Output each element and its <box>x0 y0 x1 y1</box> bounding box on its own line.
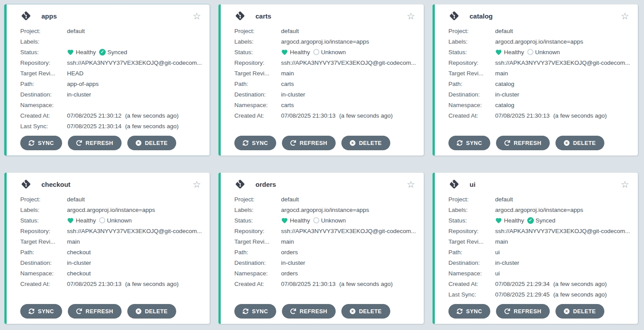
field-label: Created At: <box>234 112 281 119</box>
field-row-repository: Repository:ssh://APKA3NYVY37VEX3EKOJQ@gi… <box>20 226 202 236</box>
refresh-button[interactable]: REFRESH <box>68 136 122 150</box>
sync-button[interactable]: SYNC <box>20 136 62 150</box>
field-label: Destination: <box>20 260 67 266</box>
refresh-button-label: REFRESH <box>85 308 113 315</box>
application-tile-orders[interactable]: orders☆Project:defaultLabels:argocd.argo… <box>218 173 424 324</box>
times-circle-icon: × <box>564 308 570 314</box>
applications-tiles-grid: apps☆Project:defaultLabels:Status:Health… <box>0 0 644 326</box>
field-label: Target Revi... <box>20 70 67 77</box>
field-label: Project: <box>20 196 67 203</box>
refresh-button[interactable]: REFRESH <box>496 136 550 150</box>
health-status-label: Healthy <box>290 217 310 224</box>
sync-button[interactable]: SYNC <box>20 304 62 319</box>
namespace-value: carts <box>281 102 294 108</box>
field-label: Status: <box>20 217 67 224</box>
path-value: ui <box>495 249 500 256</box>
delete-button[interactable]: ×DELETE <box>127 304 176 319</box>
delete-button[interactable]: ×DELETE <box>127 136 176 150</box>
field-row-project: Project:default <box>234 194 416 204</box>
field-label: Project: <box>234 196 281 203</box>
application-name[interactable]: catalog <box>470 12 493 20</box>
field-row-target_revision: Target Revi...main <box>234 68 416 78</box>
refresh-button-label: REFRESH <box>300 140 327 146</box>
field-row-status: Status:Healthy✓Synced <box>20 47 202 57</box>
application-name[interactable]: ui <box>470 181 475 188</box>
delete-button[interactable]: ×DELETE <box>555 304 604 319</box>
application-tile-apps[interactable]: apps☆Project:defaultLabels:Status:Health… <box>4 4 210 156</box>
application-tile-ui[interactable]: ui☆Project:defaultLabels:argocd.argoproj… <box>433 173 638 324</box>
field-row-created_at: Created At:07/08/2025 21:29:34(a few sec… <box>448 278 630 289</box>
project-value: default <box>495 196 513 203</box>
favorite-star-icon[interactable]: ☆ <box>192 11 202 21</box>
repository-value: ssh://APKA3NYVY37VEX3EKOJQ@git-codecom..… <box>281 228 416 234</box>
application-name[interactable]: apps <box>41 12 57 20</box>
field-label: Path: <box>234 81 281 87</box>
tile-header: checkout☆ <box>20 176 202 192</box>
delete-button[interactable]: ×DELETE <box>341 304 390 319</box>
tile-actions: SYNCREFRESH×DELETE <box>448 304 630 319</box>
target-revision-value: main <box>281 238 294 245</box>
sync-status-label: Synced <box>536 217 555 224</box>
application-name[interactable]: checkout <box>41 181 70 188</box>
times-circle-icon: × <box>350 308 355 314</box>
sync-button-label: SYNC <box>252 140 268 146</box>
field-label: Namespace: <box>234 102 281 108</box>
delete-button[interactable]: ×DELETE <box>555 136 604 150</box>
field-row-path: Path:app-of-apps <box>20 78 202 89</box>
field-row-last_sync: Last Sync:07/08/2025 21:29:45(a few seco… <box>448 289 630 300</box>
field-row-repository: Repository:ssh://APKA3NYVY37VEX3EKOJQ@gi… <box>20 57 202 68</box>
delete-button[interactable]: ×DELETE <box>341 136 390 150</box>
application-name[interactable]: carts <box>255 12 271 20</box>
application-tile-catalog[interactable]: catalog☆Project:defaultLabels:argocd.arg… <box>433 4 638 156</box>
field-label: Repository: <box>20 59 67 66</box>
favorite-star-icon[interactable]: ☆ <box>406 11 416 21</box>
empty-row <box>448 121 630 131</box>
refresh-button[interactable]: REFRESH <box>496 304 550 319</box>
sync-arrows-icon <box>243 140 248 146</box>
sync-button[interactable]: SYNC <box>234 304 276 319</box>
field-row-project: Project:default <box>20 26 202 36</box>
sync-button[interactable]: SYNC <box>448 304 490 319</box>
destination-value: in-cluster <box>281 260 305 266</box>
field-row-path: Path:carts <box>234 78 416 89</box>
sync-arrows-icon <box>457 308 463 314</box>
application-name[interactable]: orders <box>255 181 276 188</box>
labels-value: argocd.argoproj.io/instance=apps <box>281 38 369 45</box>
tile-actions: SYNCREFRESH×DELETE <box>20 136 202 150</box>
tile-actions: SYNCREFRESH×DELETE <box>234 136 416 150</box>
delete-button-label: DELETE <box>573 140 596 146</box>
field-row-destination: Destination:in-cluster <box>234 257 416 268</box>
refresh-button[interactable]: REFRESH <box>68 304 122 319</box>
favorite-star-icon[interactable]: ☆ <box>620 180 630 189</box>
unknown-status-icon <box>527 49 533 55</box>
project-value: default <box>281 28 299 34</box>
redo-arrow-icon <box>504 308 510 314</box>
sync-button[interactable]: SYNC <box>448 136 490 150</box>
application-tile-carts[interactable]: carts☆Project:defaultLabels:argocd.argop… <box>218 4 424 156</box>
field-label: Target Revi... <box>20 238 67 245</box>
tile-fields: Project:defaultLabels:argocd.argoproj.io… <box>234 26 416 131</box>
destination-value: in-cluster <box>67 260 91 266</box>
favorite-star-icon[interactable]: ☆ <box>192 180 202 189</box>
tile-fields: Project:defaultLabels:argocd.argoproj.io… <box>234 194 416 300</box>
tile-header: catalog☆ <box>448 8 630 24</box>
redo-arrow-icon <box>504 140 510 146</box>
favorite-star-icon[interactable]: ☆ <box>620 11 630 21</box>
refresh-button[interactable]: REFRESH <box>282 304 336 319</box>
sync-button[interactable]: SYNC <box>234 136 276 150</box>
favorite-star-icon[interactable]: ☆ <box>406 180 416 189</box>
target-revision-value: main <box>281 70 294 77</box>
refresh-button[interactable]: REFRESH <box>282 136 336 150</box>
git-diamond-icon <box>20 10 32 22</box>
application-tile-checkout[interactable]: checkout☆Project:defaultLabels:argocd.ar… <box>4 173 210 324</box>
sync-status-label: Unknown <box>321 49 346 56</box>
field-row-status: Status:HealthyUnknown <box>234 47 416 57</box>
project-value: default <box>281 196 299 203</box>
field-label: Labels: <box>448 207 495 213</box>
field-row-repository: Repository:ssh://APKA3NYVY37VEX3EKOJQ@gi… <box>234 226 416 236</box>
repository-value: ssh://APKA3NYVY37VEX3EKOJQ@git-codecom..… <box>281 59 416 66</box>
labels-value: argocd.argoproj.io/instance=apps <box>67 207 155 213</box>
field-row-namespace: Namespace:carts <box>234 100 416 110</box>
field-label: Path: <box>448 81 495 87</box>
field-row-project: Project:default <box>448 26 630 36</box>
